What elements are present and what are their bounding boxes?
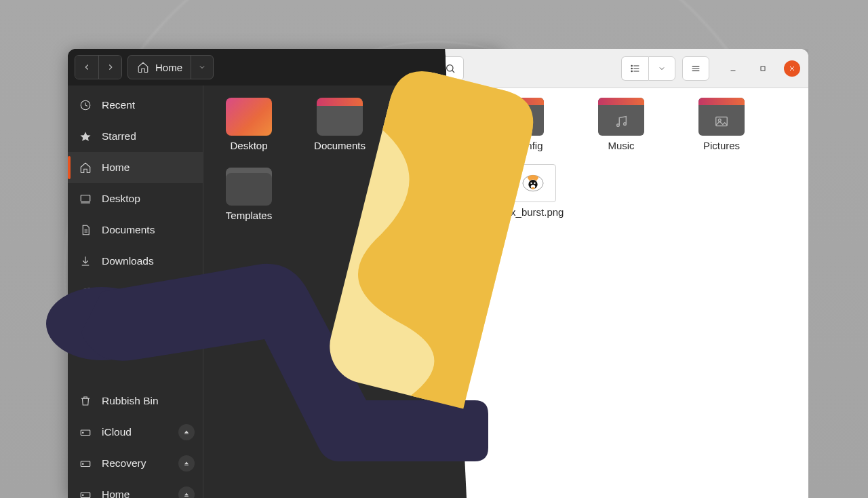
folder-documents[interactable]: Documents xyxy=(309,98,370,151)
sidebar-item-desktop[interactable]: Desktop xyxy=(68,183,203,214)
folder-icon xyxy=(226,168,272,206)
folder-label: Documents xyxy=(314,140,366,151)
file-label: tux_burst.png xyxy=(502,206,564,218)
svg-point-22 xyxy=(631,65,632,66)
sidebar-item-documents[interactable]: Documents xyxy=(68,214,203,246)
home-icon xyxy=(79,161,92,174)
sidebar-item-label: Rubbish Bin xyxy=(102,395,159,407)
sidebar-item-label: iCloud xyxy=(102,426,132,438)
sidebar-item-label: Music xyxy=(102,286,129,299)
sidebar-item-recovery[interactable]: Recovery xyxy=(68,448,203,479)
svg-point-33 xyxy=(624,123,627,126)
folder-music[interactable]: Music xyxy=(585,98,658,152)
window-controls xyxy=(724,60,800,77)
minimize-button[interactable] xyxy=(724,60,742,77)
sidebar-item-label: Home xyxy=(102,489,130,498)
file-manager-dark-window: Home RecentStarredHomeDesktopDocumentsDo… xyxy=(68,49,502,498)
view-switcher xyxy=(621,56,675,81)
sidebar-item-label: Desktop xyxy=(102,193,140,205)
sidebar-item-label: Recovery xyxy=(102,457,146,470)
drive-icon xyxy=(79,457,92,470)
back-button[interactable] xyxy=(75,56,98,79)
folder-label: Pictures xyxy=(703,140,740,152)
svg-point-15 xyxy=(83,495,84,496)
folder-label: Templates xyxy=(226,210,272,221)
svg-point-46 xyxy=(534,183,535,184)
svg-line-18 xyxy=(452,70,454,72)
home-icon xyxy=(136,60,150,74)
maximize-button[interactable] xyxy=(754,60,772,77)
folder-label: Music xyxy=(608,140,634,152)
music-icon xyxy=(79,286,92,299)
list-view-button[interactable] xyxy=(621,56,648,81)
svg-rect-2 xyxy=(81,195,90,202)
sidebar-item-recent[interactable]: Recent xyxy=(68,90,203,121)
path-label: Home xyxy=(155,62,182,73)
eject-button[interactable] xyxy=(178,486,195,498)
sidebar-item-music[interactable]: Music xyxy=(68,277,203,308)
trash-icon xyxy=(79,394,92,408)
svg-point-6 xyxy=(82,294,84,296)
folder-icon xyxy=(698,98,745,136)
folder-desktop[interactable]: Desktop xyxy=(218,98,279,151)
svg-point-12 xyxy=(83,463,84,465)
folder-icon xyxy=(408,98,454,136)
sidebar-item-home[interactable]: Home xyxy=(68,479,203,498)
sidebar-item-home[interactable]: Home xyxy=(68,152,203,183)
close-button[interactable] xyxy=(784,60,800,77)
folder-label: fontconfig xyxy=(498,140,542,152)
path-dropdown[interactable] xyxy=(191,56,213,79)
folder-templates[interactable]: Templates xyxy=(218,168,279,221)
svg-rect-13 xyxy=(184,465,189,465)
folder-icon xyxy=(498,98,544,136)
svg-point-45 xyxy=(530,183,532,184)
image-thumbnail xyxy=(510,164,556,202)
sidebar: RecentStarredHomeDesktopDocumentsDownloa… xyxy=(68,85,203,498)
document-icon xyxy=(79,223,92,237)
music-icon xyxy=(598,107,644,136)
sidebar-item-starred[interactable]: Starred xyxy=(68,121,203,152)
forward-button[interactable] xyxy=(98,56,121,79)
svg-rect-16 xyxy=(184,496,189,497)
sidebar-item-label: Starred xyxy=(102,130,136,142)
sidebar-item-label: Documents xyxy=(102,224,155,236)
sidebar-item-rubbish-bin[interactable]: Rubbish Bin xyxy=(68,385,203,417)
sidebar-item-downloads[interactable]: Downloads xyxy=(68,246,203,277)
svg-point-23 xyxy=(631,68,632,69)
drive-icon xyxy=(79,425,92,439)
clock-icon xyxy=(79,98,92,112)
picture-icon xyxy=(698,107,745,136)
svg-rect-29 xyxy=(761,66,765,71)
eject-button[interactable] xyxy=(178,455,195,472)
folder-label: Desktop xyxy=(230,140,267,151)
folder-icon xyxy=(226,98,272,136)
folder-icon xyxy=(317,98,363,136)
download-icon xyxy=(79,254,92,268)
svg-point-24 xyxy=(631,71,632,71)
drive-icon xyxy=(79,488,92,498)
sidebar-item-icloud[interactable]: iCloud xyxy=(68,417,203,448)
folder-icon xyxy=(598,98,644,136)
eject-button[interactable] xyxy=(178,424,195,440)
svg-rect-10 xyxy=(184,434,189,434)
folder-pictures[interactable]: Pictures xyxy=(685,98,758,152)
path-segment-home[interactable]: Home xyxy=(128,56,191,79)
star-icon xyxy=(79,130,92,143)
desktop-icon xyxy=(79,192,92,206)
hamburger-menu-button[interactable] xyxy=(682,56,709,81)
view-dropdown-button[interactable] xyxy=(648,56,675,81)
svg-point-17 xyxy=(447,64,453,71)
folder-label: snap xyxy=(420,140,442,151)
svg-point-44 xyxy=(532,187,535,189)
svg-point-9 xyxy=(83,432,84,434)
svg-point-7 xyxy=(87,294,90,296)
file-tux-burst-png[interactable]: tux_burst.png xyxy=(496,164,570,218)
svg-rect-34 xyxy=(716,117,728,126)
path-bar[interactable]: Home xyxy=(127,55,214,79)
nav-buttons xyxy=(75,55,122,79)
svg-marker-1 xyxy=(81,132,91,141)
svg-point-32 xyxy=(617,124,620,127)
sidebar-item-label: Downloads xyxy=(102,255,154,267)
folder-fontconfig[interactable]: fontconfig xyxy=(484,98,557,152)
sidebar-item-label: Home xyxy=(102,161,130,174)
